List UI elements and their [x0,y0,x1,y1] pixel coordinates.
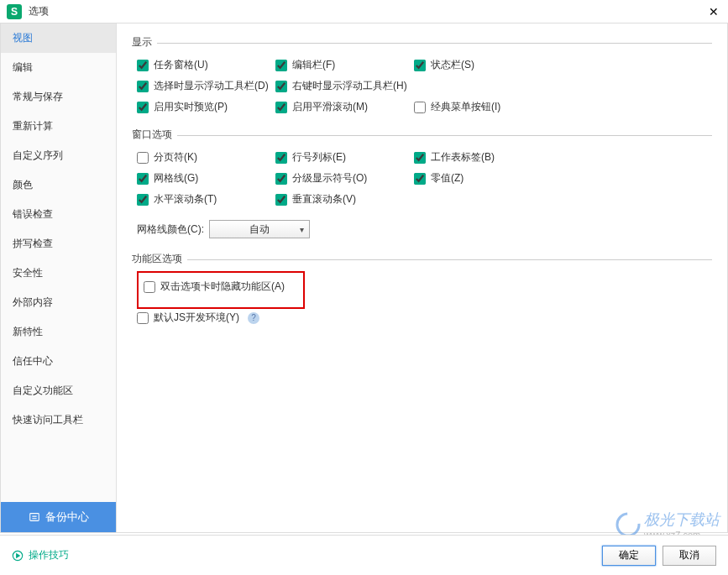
display-opt-6[interactable]: 启用实时预览(P) [137,100,275,114]
section-ribbon: 功能区选项 [132,252,712,266]
ok-button[interactable]: 确定 [602,546,656,566]
display-checkbox-8[interactable] [414,102,426,113]
backup-icon [29,511,40,523]
window-label-2: 工作表标签(B) [431,150,495,165]
display-opt-7[interactable]: 启用平滑滚动(M) [275,100,414,114]
window-opt-2[interactable]: 工作表标签(B) [414,150,553,165]
display-label-3: 选择时显示浮动工具栏(D) [154,79,269,93]
display-label-8: 经典菜单按钮(I) [431,100,500,114]
window-checkbox-1[interactable] [275,152,287,164]
sidebar-item-2[interactable]: 常规与保存 [1,82,116,112]
window-label-4: 分级显示符号(O) [292,171,367,186]
display-label-2: 状态栏(S) [431,58,474,72]
ribbon-opt-0[interactable]: 双击选项卡时隐藏功能区(A) [144,280,298,294]
cancel-button[interactable]: 取消 [663,546,716,566]
window-checkbox-2[interactable] [414,152,426,164]
sidebar-item-13[interactable]: 快速访问工具栏 [1,405,116,435]
window-label-0: 分页符(K) [154,150,197,165]
backup-center-button[interactable]: 备份中心 [1,502,116,532]
display-opt-0[interactable]: 任务窗格(U) [137,58,275,72]
sidebar-item-12[interactable]: 自定义功能区 [1,376,116,405]
sidebar-item-0[interactable]: 视图 [1,24,116,53]
display-label-1: 编辑栏(F) [292,58,335,72]
sidebar-item-5[interactable]: 颜色 [1,170,116,200]
display-checkbox-1[interactable] [275,60,287,71]
footer: 操作技巧 确定 取消 [0,535,728,575]
display-opt-3[interactable]: 选择时显示浮动工具栏(D) [137,79,275,93]
display-label-7: 启用平滑滚动(M) [292,100,368,114]
svg-rect-0 [29,514,39,521]
display-opt-8[interactable]: 经典菜单按钮(I) [414,100,553,114]
display-label-4: 右键时显示浮动工具栏(H) [292,79,407,93]
sidebar-item-1[interactable]: 编辑 [1,53,116,82]
sidebar-item-10[interactable]: 新特性 [1,317,116,347]
ribbon-opt-1[interactable]: 默认JS开发环境(Y)? [137,311,712,325]
display-label-6: 启用实时预览(P) [154,100,228,114]
window-checkbox-6[interactable] [137,194,149,206]
window-label-3: 网格线(G) [154,171,198,186]
window-opt-5[interactable]: 零值(Z) [414,171,553,186]
window-title: 选项 [29,4,706,18]
play-icon [12,550,24,562]
content-panel: 显示 任务窗格(U)编辑栏(F)状态栏(S)选择时显示浮动工具栏(D)右键时显示… [117,24,727,532]
backup-label: 备份中心 [45,510,89,525]
sidebar-item-11[interactable]: 信任中心 [1,347,116,376]
sidebar-item-8[interactable]: 安全性 [1,259,116,288]
window-opt-4[interactable]: 分级显示符号(O) [275,171,414,186]
ribbon-checkbox-1[interactable] [137,312,149,324]
grid-color-combo[interactable]: 自动 [209,220,310,238]
sidebar-item-6[interactable]: 错误检查 [1,200,116,229]
window-opt-7[interactable]: 垂直滚动条(V) [275,192,414,206]
display-checkbox-0[interactable] [137,60,149,71]
tips-link[interactable]: 操作技巧 [12,548,69,562]
close-icon[interactable]: ✕ [706,4,721,19]
display-checkbox-4[interactable] [275,81,287,92]
display-label-0: 任务窗格(U) [154,58,208,72]
display-opt-1[interactable]: 编辑栏(F) [275,58,414,72]
window-checkbox-7[interactable] [275,194,287,206]
sidebar-item-9[interactable]: 外部内容 [1,288,116,317]
window-opt-6[interactable]: 水平滚动条(T) [137,192,275,206]
app-icon: S [7,4,22,19]
grid-color-label: 网格线颜色(C): [137,222,204,237]
display-checkbox-6[interactable] [137,102,149,113]
window-opt-3[interactable]: 网格线(G) [137,171,275,186]
window-checkbox-5[interactable] [414,173,426,185]
window-opt-1[interactable]: 行号列标(E) [275,150,414,165]
display-checkbox-3[interactable] [137,81,149,92]
window-label-5: 零值(Z) [431,171,464,186]
ribbon-checkbox-0[interactable] [144,281,155,293]
help-icon[interactable]: ? [248,312,259,324]
titlebar: S 选项 ✕ [0,0,728,24]
sidebar-item-3[interactable]: 重新计算 [1,112,116,141]
window-checkbox-3[interactable] [137,173,149,185]
ribbon-label-1: 默认JS开发环境(Y) [154,311,239,325]
section-window: 窗口选项 [132,128,712,142]
window-label-6: 水平滚动条(T) [154,192,217,206]
display-opt-4[interactable]: 右键时显示浮动工具栏(H) [275,79,414,93]
display-checkbox-2[interactable] [414,60,426,71]
sidebar-item-7[interactable]: 拼写检查 [1,229,116,259]
window-checkbox-4[interactable] [275,173,287,185]
window-label-7: 垂直滚动条(V) [292,192,356,206]
window-label-1: 行号列标(E) [292,150,346,165]
display-checkbox-7[interactable] [275,102,287,113]
section-display: 显示 [132,35,712,50]
window-checkbox-0[interactable] [137,152,149,164]
display-opt-2[interactable]: 状态栏(S) [414,58,553,72]
ribbon-label-0: 双击选项卡时隐藏功能区(A) [160,280,285,294]
window-opt-0[interactable]: 分页符(K) [137,150,275,165]
highlight-box: 双击选项卡时隐藏功能区(A) [137,271,305,309]
sidebar: 视图编辑常规与保存重新计算自定义序列颜色错误检查拼写检查安全性外部内容新特性信任… [1,24,117,532]
sidebar-item-4[interactable]: 自定义序列 [1,141,116,170]
